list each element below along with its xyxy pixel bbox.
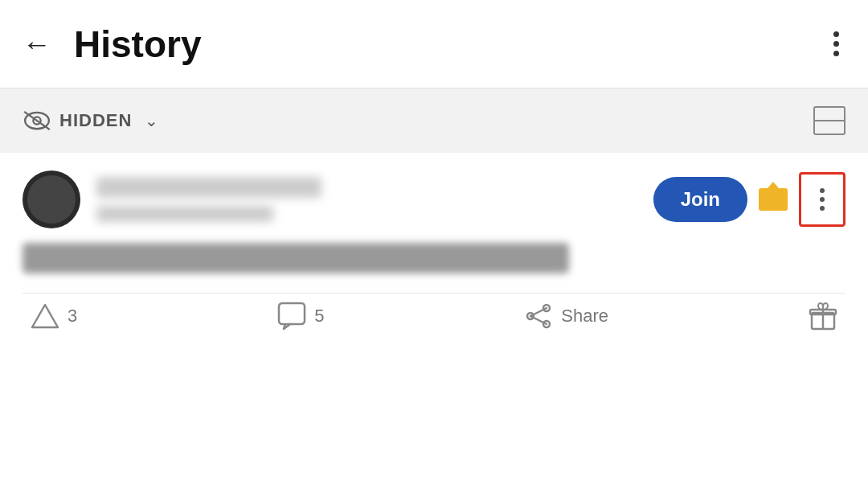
avatar xyxy=(23,171,80,228)
action-bar: 3 5 Share xyxy=(23,293,845,331)
channel-more-button[interactable] xyxy=(799,172,845,227)
channel-info xyxy=(96,177,653,222)
upvote-icon xyxy=(31,302,59,331)
layout-toggle-button[interactable] xyxy=(813,106,845,135)
filter-bar: HIDDEN ⌄ xyxy=(0,88,868,153)
upvote-count: 3 xyxy=(68,306,77,327)
dot-1 xyxy=(833,31,839,37)
comment-count: 5 xyxy=(314,306,324,327)
avatar-image xyxy=(27,175,76,224)
membership-icon xyxy=(759,188,788,211)
comment-icon xyxy=(277,302,306,331)
more-menu-button[interactable] xyxy=(827,25,845,63)
hidden-icon xyxy=(23,110,51,131)
comment-button[interactable]: 5 xyxy=(277,302,324,331)
dot-a xyxy=(820,188,825,193)
page-title: History xyxy=(74,23,201,66)
gift-icon xyxy=(809,302,837,331)
channel-row: Join xyxy=(23,171,845,228)
upvote-button[interactable]: 3 xyxy=(31,302,77,331)
header-left: ← History xyxy=(23,23,201,66)
svg-marker-3 xyxy=(32,305,58,327)
share-button[interactable]: Share xyxy=(524,302,608,331)
dot-2 xyxy=(833,41,839,47)
filter-left: HIDDEN ⌄ xyxy=(23,110,158,131)
join-button[interactable]: Join xyxy=(653,177,747,222)
share-icon xyxy=(524,302,553,331)
award-button[interactable] xyxy=(809,302,837,331)
dot-c xyxy=(820,206,825,211)
dot-b xyxy=(820,197,825,202)
content-area: Join 3 xyxy=(0,153,868,348)
dot-3 xyxy=(833,51,839,56)
channel-name xyxy=(96,177,321,198)
channel-subscribers xyxy=(96,206,273,222)
header: ← History xyxy=(0,0,868,88)
svg-rect-4 xyxy=(279,303,305,324)
filter-label[interactable]: HIDDEN xyxy=(59,110,132,131)
back-button[interactable]: ← xyxy=(23,30,51,59)
share-label: Share xyxy=(561,306,608,327)
video-title xyxy=(23,243,569,273)
chevron-down-icon[interactable]: ⌄ xyxy=(145,111,158,130)
channel-actions: Join xyxy=(653,172,845,227)
